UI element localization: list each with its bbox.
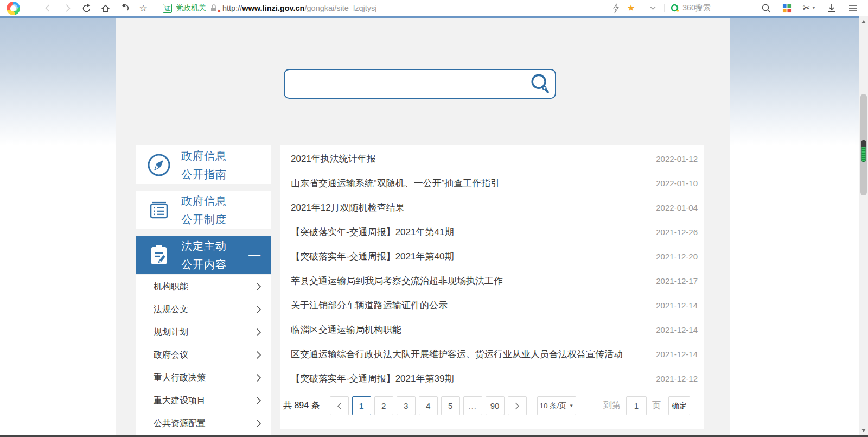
search-icon[interactable] — [761, 3, 771, 14]
list-item-title[interactable]: 关于注销部分车辆道路运输证件的公示 — [291, 299, 448, 312]
menu-item-label: 政府会议 — [154, 350, 188, 361]
list-item-title[interactable]: 【突破落实年-交通周报】2021年第41期 — [291, 226, 454, 238]
menu-item-label: 重大行政决策 — [154, 372, 206, 384]
list-item[interactable]: 山东省交通运输系统“双随机、一公开”抽查工作指引 2022-01-10 — [280, 171, 704, 195]
browser-window: ☆ 证 党政机关 × http://www.linzi.gov.cn/gongk… — [0, 0, 868, 437]
refresh-icon[interactable] — [81, 3, 92, 14]
list-item[interactable]: 临淄区交通运输局机构职能 2021-12-14 — [280, 318, 704, 342]
scroll-down-arrow-icon[interactable] — [861, 429, 866, 432]
divider — [664, 4, 665, 12]
screenshot-scissors-icon[interactable]: ✂▼ — [803, 4, 816, 12]
bookmarked-star-icon[interactable]: ★ — [627, 4, 635, 12]
sidebar-card-system[interactable]: 政府信息 公开制度 — [136, 191, 271, 229]
search-input[interactable] — [285, 70, 526, 98]
page-ellipsis-button[interactable]: ... — [463, 396, 482, 415]
list-item-title[interactable]: 区交通运输综合行政执法大队开展维护客运、货运行业从业人员合法权益宣传活动 — [291, 348, 623, 360]
sidebar-menu-item[interactable]: 重大建设项目 — [136, 389, 271, 412]
vertical-scrollbar[interactable] — [859, 16, 868, 437]
list-item-date: 2021-12-14 — [656, 350, 698, 359]
list-item-date: 2021-12-14 — [656, 325, 698, 334]
list-item[interactable]: 【突破落实年-交通周报】2021年第41期 2021-12-26 — [280, 220, 704, 244]
menu-hamburger-icon[interactable] — [847, 3, 858, 14]
address-bar[interactable]: 证 党政机关 × http://www.linzi.gov.cn/gongkai… — [163, 3, 605, 13]
search-engine-selector[interactable]: 360搜索 — [671, 3, 710, 13]
list-item-title[interactable]: 【突破落实年-交通周报】2021年第39期 — [291, 372, 454, 385]
content-panel: 政府信息 公开指南 政府信息 公开制度 — [116, 18, 730, 437]
bookmark-star-icon[interactable]: ☆ — [138, 3, 149, 14]
browser-logo-icon[interactable] — [7, 2, 20, 15]
page-button-1[interactable]: 1 — [352, 396, 371, 415]
list-item[interactable]: 区交通运输综合行政执法大队开展维护客运、货运行业从业人员合法权益宣传活动 202… — [280, 342, 704, 366]
url-text[interactable]: http://www.linzi.gov.cn/gongkai/site_lzq… — [222, 4, 376, 12]
lightning-icon[interactable] — [610, 3, 621, 14]
browser-toolbar: ✂▼ — [761, 3, 858, 14]
sidebar-card-guide[interactable]: 政府信息 公开指南 — [136, 145, 271, 184]
scrollbar-green-grip[interactable] — [861, 140, 866, 162]
chevron-right-icon — [515, 402, 520, 410]
sidebar-menu-item[interactable]: 公共资源配置 — [136, 412, 271, 435]
next-page-button[interactable] — [508, 396, 527, 415]
chevron-down-icon[interactable] — [647, 3, 658, 14]
list-item-title[interactable]: 莘县交通运输局到我局考察交流治超非现场执法工作 — [291, 275, 503, 287]
list-item[interactable]: 关于注销部分车辆道路运输证件的公示 2021-12-14 — [280, 293, 704, 318]
page-size-value: 10 条/页 — [540, 401, 567, 411]
360-search-icon — [671, 4, 679, 12]
list-item[interactable]: 2021年执法统计年报 2022-01-12 — [280, 147, 704, 171]
undo-icon[interactable] — [119, 3, 130, 14]
list-item-title[interactable]: 2021年12月双随机检查结果 — [291, 201, 405, 214]
collapse-minus-icon[interactable]: — — [248, 248, 260, 262]
list-item-title[interactable]: 2021年执法统计年报 — [291, 153, 376, 165]
page-button-90[interactable]: 90 — [486, 396, 505, 415]
scrollbar-thumb[interactable] — [860, 94, 867, 195]
goto-page-input[interactable] — [626, 396, 647, 415]
search-submit-icon[interactable] — [526, 70, 555, 98]
prev-page-button[interactable] — [330, 396, 349, 415]
apps-grid-icon[interactable] — [782, 3, 793, 14]
sidebar-menu-item[interactable]: 法规公文 — [136, 298, 271, 321]
page-button-3[interactable]: 3 — [397, 396, 416, 415]
pagination: 共 894 条 1 2 3 4 5 ... 90 10 条/页 — [280, 396, 704, 415]
menu-item-label: 规划计划 — [154, 327, 188, 338]
page-size-select[interactable]: 10 条/页 ▼ — [537, 396, 576, 415]
sidebar-menu-item[interactable]: 重大行政决策 — [136, 366, 271, 389]
list-item-date: 2021-12-17 — [656, 276, 698, 286]
list-item-date: 2021-12-14 — [656, 301, 698, 310]
list-item-date: 2021-12-20 — [656, 252, 698, 261]
compass-icon — [146, 153, 171, 178]
forward-icon[interactable] — [62, 3, 73, 14]
chevron-right-icon — [256, 351, 261, 359]
home-icon[interactable] — [100, 3, 111, 14]
list-item-title[interactable]: 【突破落实年-交通周报】2021年第40期 — [291, 250, 454, 263]
list-item-title[interactable]: 山东省交通运输系统“双随机、一公开”抽查工作指引 — [291, 177, 500, 189]
chevron-right-icon — [256, 305, 261, 314]
sidebar-card-statutory-disclosure[interactable]: 法定主动 公开内容 — — [136, 236, 271, 274]
list-item[interactable]: 【突破落实年-交通周报】2021年第39期 2021-12-12 — [280, 366, 704, 391]
sidebar-menu-item[interactable]: 规划计划 — [136, 321, 271, 344]
dropdown-arrow-icon: ▼ — [569, 403, 573, 408]
confirm-button[interactable]: 确定 — [668, 396, 690, 415]
goto-page-group: 到第 页 确定 — [603, 396, 690, 415]
download-icon[interactable] — [826, 3, 837, 14]
page-button-2[interactable]: 2 — [374, 396, 393, 415]
list-item-date: 2022-01-04 — [656, 203, 698, 212]
article-list-panel: 2021年执法统计年报 2022-01-12 山东省交通运输系统“双随机、一公开… — [280, 145, 704, 429]
list-item[interactable]: 【突破落实年-交通周报】2021年第40期 2021-12-20 — [280, 244, 704, 269]
menu-item-label: 机构职能 — [154, 281, 188, 293]
page-button-4[interactable]: 4 — [419, 396, 438, 415]
site-verified-badge[interactable]: 证 — [163, 4, 172, 13]
scroll-up-arrow-icon[interactable] — [861, 20, 866, 23]
site-search-box — [284, 69, 556, 99]
sidebar-menu-item[interactable]: 机构职能 — [136, 275, 271, 298]
chevron-right-icon — [256, 396, 261, 405]
chevron-right-icon — [256, 328, 261, 337]
sidebar-menu-item[interactable]: 政府会议 — [136, 344, 271, 366]
list-item[interactable]: 2021年12月双随机检查结果 2022-01-04 — [280, 195, 704, 220]
sidebar-card-label: 法定主动 公开内容 — [181, 237, 227, 274]
list-item-title[interactable]: 临淄区交通运输局机构职能 — [291, 324, 401, 336]
list-item[interactable]: 莘县交通运输局到我局考察交流治超非现场执法工作 2021-12-17 — [280, 269, 704, 293]
back-icon[interactable] — [43, 3, 54, 14]
sidebar-card-label: 政府信息 公开制度 — [181, 192, 227, 229]
divider — [641, 4, 641, 12]
site-type-label[interactable]: 党政机关 — [176, 3, 206, 13]
page-button-5[interactable]: 5 — [441, 396, 460, 415]
